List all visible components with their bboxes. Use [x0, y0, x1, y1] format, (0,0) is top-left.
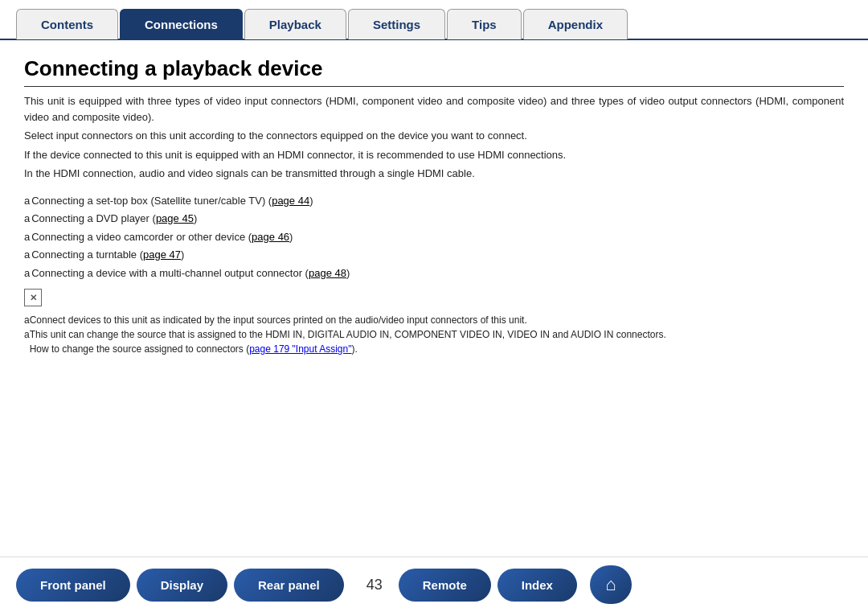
note-line-1: aConnect devices to this unit as indicat… [24, 313, 844, 327]
links-section: a Connecting a set-top box (Satellite tu… [24, 193, 844, 281]
note-icon: ✕ [24, 289, 42, 306]
note-line-2: aThis unit can change the source that is… [24, 327, 844, 342]
top-navigation: Contents Connections Playback Settings T… [0, 0, 868, 40]
link-page179[interactable]: page 179 "Input Assign" [249, 343, 351, 355]
link-page48[interactable]: page 48 [309, 267, 346, 279]
home-button[interactable]: ⌂ [590, 565, 632, 604]
page-title: Connecting a playback device [24, 56, 844, 87]
intro-line-3: If the device connected to this unit is … [24, 147, 844, 163]
home-icon: ⌂ [605, 574, 616, 595]
link-item-1: a Connecting a set-top box (Satellite tu… [24, 193, 844, 209]
tab-appendix[interactable]: Appendix [523, 9, 628, 39]
link-item-5: a Connecting a device with a multi-chann… [24, 265, 844, 281]
tab-connections[interactable]: Connections [120, 9, 243, 39]
intro-line-4: In the HDMI connection, audio and video … [24, 166, 844, 182]
main-content: Connecting a playback device This unit i… [0, 40, 868, 372]
intro-line-1: This unit is equipped with three types o… [24, 93, 844, 125]
bullet-1: a [24, 193, 30, 209]
tab-tips[interactable]: Tips [447, 9, 522, 39]
bullet-4: a [24, 247, 30, 263]
index-button[interactable]: Index [497, 569, 577, 602]
bullet-2: a [24, 211, 30, 227]
bullet-5: a [24, 265, 30, 281]
tab-contents[interactable]: Contents [16, 9, 118, 39]
link-page47[interactable]: page 47 [143, 248, 181, 261]
link-item-3: a Connecting a video camcorder or other … [24, 229, 844, 245]
tab-playback[interactable]: Playback [244, 9, 346, 39]
note-line-3: How to change the source assigned to con… [24, 342, 844, 356]
bottom-navigation: Front panel Display Rear panel 43 Remote… [0, 557, 868, 612]
intro-line-2: Select input connectors on this unit acc… [24, 128, 844, 144]
link-page46[interactable]: page 46 [252, 231, 289, 243]
page-number: 43 [366, 577, 383, 594]
front-panel-button[interactable]: Front panel [16, 569, 130, 602]
rear-panel-button[interactable]: Rear panel [234, 569, 344, 602]
remote-button[interactable]: Remote [399, 569, 491, 602]
link-item-2: a Connecting a DVD player (page 45) [24, 211, 844, 227]
link-page45[interactable]: page 45 [156, 212, 194, 224]
link-page44[interactable]: page 44 [272, 195, 309, 207]
display-button[interactable]: Display [137, 569, 227, 602]
link-item-4: a Connecting a turntable (page 47) [24, 247, 844, 263]
bullet-3: a [24, 229, 30, 245]
tab-settings[interactable]: Settings [348, 9, 445, 39]
